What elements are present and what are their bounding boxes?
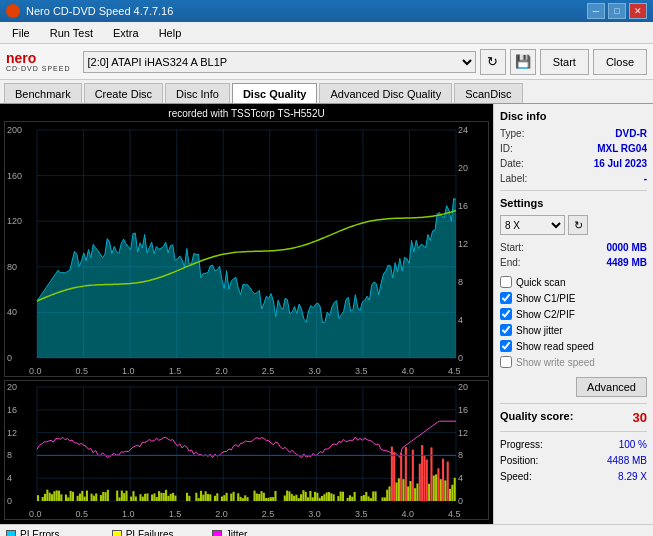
advanced-button[interactable]: Advanced (576, 377, 647, 397)
quality-score-value: 30 (633, 410, 647, 425)
speed-refresh-icon[interactable]: ↻ (568, 215, 588, 235)
menu-extra[interactable]: Extra (105, 25, 147, 41)
tab-bar: Benchmark Create Disc Disc Info Disc Qua… (0, 80, 653, 104)
tab-scan-disc[interactable]: ScanDisc (454, 83, 522, 103)
close-disc-button[interactable]: Close (593, 49, 647, 75)
tab-advanced-disc-quality[interactable]: Advanced Disc Quality (319, 83, 452, 103)
menu-run-test[interactable]: Run Test (42, 25, 101, 41)
speed-label: Speed: (500, 471, 532, 482)
refresh-icon[interactable]: ↻ (480, 49, 506, 75)
id-label: ID: (500, 143, 513, 154)
speed-select[interactable]: 8 X 4 X 12 X 16 X MAX (500, 215, 565, 235)
chart-lower (4, 380, 489, 520)
minimize-button[interactable]: ─ (587, 3, 605, 19)
type-label: Type: (500, 128, 524, 139)
tab-disc-quality[interactable]: Disc Quality (232, 83, 318, 103)
jitter-color-box (212, 530, 222, 537)
show-jitter-label: Show jitter (516, 325, 563, 336)
nero-text: nero (6, 51, 36, 65)
disc-label-label: Label: (500, 173, 527, 184)
maximize-button[interactable]: □ (608, 3, 626, 19)
start-label: Start: (500, 242, 524, 253)
pi-failures-color-box (112, 530, 122, 537)
position-value: 4488 MB (607, 455, 647, 466)
show-c2-pif-label: Show C2/PIF (516, 309, 575, 320)
app-icon (6, 4, 20, 18)
title-bar: Nero CD-DVD Speed 4.7.7.16 ─ □ ✕ (0, 0, 653, 22)
menu-file[interactable]: File (4, 25, 38, 41)
tab-benchmark[interactable]: Benchmark (4, 83, 82, 103)
show-c2-pif-checkbox[interactable] (500, 308, 512, 320)
nero-logo: nero CD·DVD SPEED (6, 51, 71, 72)
show-write-speed-label: Show write speed (516, 357, 595, 368)
main-content: recorded with TSSTcorp TS-H552U Disc inf… (0, 104, 653, 524)
tab-disc-info[interactable]: Disc Info (165, 83, 230, 103)
disc-info-title: Disc info (500, 110, 647, 122)
speed-value: 8.29 X (618, 471, 647, 482)
save-icon[interactable]: 💾 (510, 49, 536, 75)
show-read-speed-checkbox[interactable] (500, 340, 512, 352)
chart-area: recorded with TSSTcorp TS-H552U (0, 104, 493, 524)
show-write-speed-checkbox[interactable] (500, 356, 512, 368)
position-label: Position: (500, 455, 538, 466)
id-value: MXL RG04 (597, 143, 647, 154)
chart-title: recorded with TSSTcorp TS-H552U (4, 108, 489, 119)
toolbar: nero CD·DVD SPEED [2:0] ATAPI iHAS324 A … (0, 44, 653, 80)
legend-jitter: Jitter Average: 10.24 % Maximum: 11.4 % … (212, 529, 300, 536)
legend-pi-errors: PI Errors Average: 56.63 Maximum: 189 To… (6, 529, 82, 536)
legend-pi-failures: PI Failures Average: 0.05 Maximum: 18 To… (112, 529, 182, 536)
right-panel: Disc info Type: DVD-R ID: MXL RG04 Date:… (493, 104, 653, 524)
nero-sub: CD·DVD SPEED (6, 65, 71, 72)
quick-scan-label: Quick scan (516, 277, 565, 288)
jitter-label: Jitter (226, 529, 248, 536)
tab-create-disc[interactable]: Create Disc (84, 83, 163, 103)
chart-upper (4, 121, 489, 377)
show-c1-pie-label: Show C1/PIE (516, 293, 575, 304)
date-label: Date: (500, 158, 524, 169)
date-value: 16 Jul 2023 (594, 158, 647, 169)
show-jitter-checkbox[interactable] (500, 324, 512, 336)
end-label: End: (500, 257, 521, 268)
lower-chart-canvas (5, 381, 488, 519)
drive-select[interactable]: [2:0] ATAPI iHAS324 A BL1P (83, 51, 476, 73)
type-value: DVD-R (615, 128, 647, 139)
quality-score-label: Quality score: (500, 410, 573, 425)
show-read-speed-label: Show read speed (516, 341, 594, 352)
progress-value: 100 % (619, 439, 647, 450)
progress-label: Progress: (500, 439, 543, 450)
quick-scan-checkbox[interactable] (500, 276, 512, 288)
upper-chart-canvas (5, 122, 488, 376)
disc-label-value: - (644, 173, 647, 184)
close-button[interactable]: ✕ (629, 3, 647, 19)
start-value: 0000 MB (606, 242, 647, 253)
pi-errors-label: PI Errors (20, 529, 59, 536)
pi-errors-color-box (6, 530, 16, 537)
start-button[interactable]: Start (540, 49, 589, 75)
end-value: 4489 MB (606, 257, 647, 268)
pi-failures-label: PI Failures (126, 529, 174, 536)
menu-bar: File Run Test Extra Help (0, 22, 653, 44)
show-c1-pie-checkbox[interactable] (500, 292, 512, 304)
settings-title: Settings (500, 197, 647, 209)
app-title: Nero CD-DVD Speed 4.7.7.16 (26, 5, 173, 17)
menu-help[interactable]: Help (151, 25, 190, 41)
legend-area: PI Errors Average: 56.63 Maximum: 189 To… (0, 524, 653, 536)
